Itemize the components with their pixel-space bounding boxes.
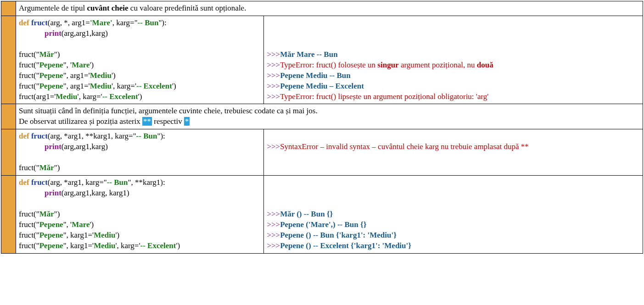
call: fruct(" (19, 61, 39, 69)
prompt: >>> (267, 71, 280, 80)
call: ", karg1=' (63, 231, 94, 239)
prompt: >>> (267, 92, 280, 101)
call: fruct(" (19, 71, 39, 80)
call: ", karg1=' (63, 241, 94, 250)
code-line: fruct("Pepene", arg1='Mediu') (19, 71, 261, 81)
keyword-def: def (19, 178, 29, 187)
code-line: print(arg,arg1,karg, karg1) (19, 188, 261, 199)
call: fruct(arg1=' (19, 92, 56, 101)
prompt: >>> (267, 142, 280, 151)
string-literal: Pepene (39, 71, 63, 80)
call: ", ' (63, 61, 72, 69)
call: ', karg=' (78, 92, 102, 101)
call: fruct(" (19, 241, 39, 250)
text-line: De observat utilizarea și poziția asteri… (19, 116, 640, 127)
output-line: >>>Măr Mare -- Bun (267, 50, 640, 60)
output-error: SyntaxError – invalid syntax – cuvântul … (280, 142, 529, 151)
gold-marker (1, 104, 16, 129)
call: ") (54, 50, 60, 59)
gold-marker (1, 176, 16, 254)
highlight: ** (142, 117, 152, 126)
code-line: fruct("Pepene", karg1='Mediu', karg='-- … (19, 241, 261, 251)
gold-marker (1, 1, 16, 16)
code-cell: def fruct(arg, *arg1, **karg1, karg="-- … (16, 129, 264, 176)
code-cell: def fruct(arg, *, arg1='Mare', karg="-- … (16, 16, 264, 104)
func-name: fruct (31, 132, 48, 140)
output-line (267, 28, 640, 39)
string-literal: Mediu (90, 71, 112, 80)
string-literal: Pepene (39, 241, 63, 250)
code-line: fruct("Pepene", 'Mare') (19, 60, 261, 71)
output-ok: Măr () -- Bun {} (280, 210, 333, 218)
call: ') (90, 61, 94, 69)
tutorial-table: Argumentele de tipul cuvânt cheie cu val… (1, 1, 643, 254)
sig: "): (157, 132, 165, 140)
code-line: print(arg,arg1,karg) (19, 142, 261, 152)
code-cell: def fruct(arg, *arg1, karg="-- Bun", **k… (16, 176, 264, 254)
output-line: >>>Pepene ('Mare',) -- Bun {} (267, 220, 640, 230)
text-bold: cuvânt cheie (87, 4, 128, 12)
prompt: >>> (267, 231, 280, 239)
output-ok: Pepene Mediu – Excelent (280, 82, 364, 90)
text: De observat utilizarea și poziția asteri… (19, 117, 142, 126)
output-line (267, 39, 640, 50)
code-line (19, 152, 261, 163)
sig: (arg, *arg1, karg=" (48, 178, 107, 187)
call: fruct(" (19, 231, 39, 239)
func-name: fruct (31, 178, 48, 187)
output-line: >>>Pepene () -- Excelent {'karg1': 'Medi… (267, 241, 640, 251)
output-line (267, 177, 640, 188)
sig: (arg, *arg1, **karg1, karg=" (48, 132, 136, 140)
code-line: def fruct(arg, *, arg1='Mare', karg="-- … (19, 18, 261, 28)
call: ', karg=' (115, 241, 140, 250)
text: cu valoare predefinită sunt opționale. (129, 4, 246, 12)
prompt: >>> (267, 61, 280, 69)
keyword-print: print (45, 189, 62, 197)
string-literal: -- Bun (107, 178, 128, 187)
keyword-print: print (45, 142, 62, 151)
code-line: print(arg,arg1,karg) (19, 28, 261, 39)
code-line: fruct("Pepene", arg1='Mediu', karg='-- E… (19, 81, 261, 92)
call: ') (138, 92, 142, 101)
call: ") (54, 163, 60, 172)
gold-marker (1, 16, 16, 104)
call: fruct(" (19, 220, 39, 229)
call: fruct(" (19, 50, 39, 59)
args: (arg,arg1,karg) (62, 29, 108, 38)
call: ", arg1=' (63, 82, 90, 90)
highlight: * (184, 117, 190, 126)
output-line: >>>Pepene () -- Bun {'karg1': 'Mediu'} (267, 230, 640, 241)
prompt: >>> (267, 50, 280, 59)
prompt: >>> (267, 82, 280, 90)
string-literal: Mare (72, 61, 90, 69)
string-literal: Măr (39, 163, 54, 172)
output-ok: Pepene ('Mare',) -- Bun {} (280, 220, 366, 229)
call: ') (172, 82, 176, 90)
string-literal: Pepene (39, 231, 63, 239)
keyword-def: def (19, 18, 29, 27)
keyword-def: def (19, 132, 29, 140)
string-literal: Pepene (39, 61, 63, 69)
output-cell: >>>SyntaxError – invalid syntax – cuvânt… (264, 129, 643, 176)
text: Argumentele de tipul (19, 4, 87, 12)
func-name: fruct (31, 18, 48, 27)
string-literal: Mediu (94, 231, 115, 239)
code-line (19, 199, 261, 209)
code-line: fruct("Măr") (19, 50, 261, 60)
string-literal: Pepene (39, 220, 63, 229)
prompt: >>> (267, 210, 280, 218)
call: ', karg=' (112, 82, 136, 90)
string-literal: -- Bun (138, 18, 159, 27)
string-literal: -- Excelent (140, 241, 176, 250)
output-error-bold: două (477, 61, 493, 69)
output-ok: Pepene Mediu -- Bun (280, 71, 350, 80)
text: respectiv (152, 117, 184, 126)
string-literal: 'Mare' (90, 18, 112, 27)
output-ok: Pepene () -- Bun {'karg1': 'Mediu'} (280, 231, 397, 239)
call: ') (90, 220, 94, 229)
call: fruct(" (19, 163, 39, 172)
output-line: >>>Măr () -- Bun {} (267, 209, 640, 220)
string-literal: Măr (39, 210, 54, 218)
string-literal: Mediu (90, 82, 112, 90)
call: ') (112, 71, 116, 80)
